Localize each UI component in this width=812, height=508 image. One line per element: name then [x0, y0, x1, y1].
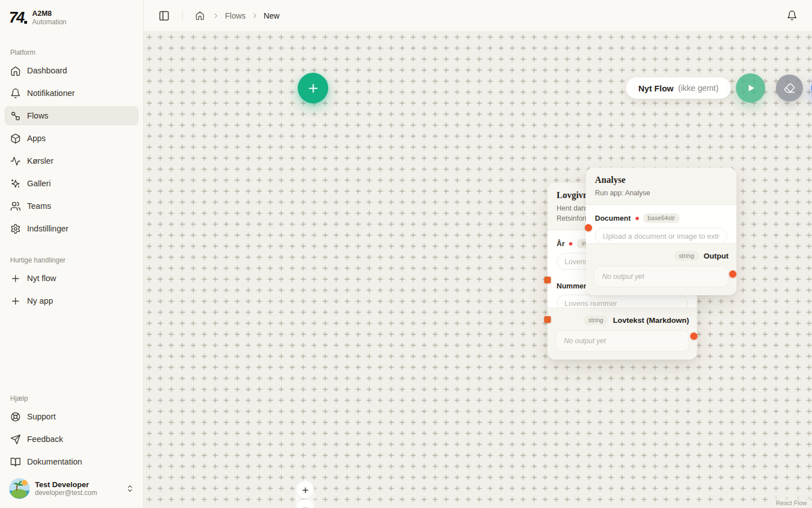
required-dot [569, 242, 572, 246]
input-handle-document[interactable] [585, 224, 592, 231]
sidebar-item-label: Support [27, 412, 56, 421]
minus-icon [301, 504, 310, 508]
chevron-right-icon [251, 12, 259, 20]
flow-node-analyse[interactable]: Analyse Run app: Analyse Document base64… [586, 168, 736, 295]
node-output-section: string Output No output yet [586, 243, 736, 295]
sidebar-item-label: Dokumentation [27, 457, 82, 466]
output-label: Lovtekst (Markdown) [613, 316, 689, 325]
sidebar-item-label: Indstillinger [27, 224, 68, 233]
type-badge: base64str [643, 213, 679, 223]
input-handle-ar[interactable] [544, 277, 551, 283]
plus-icon [10, 273, 21, 284]
user-email: developer@test.com [35, 489, 121, 497]
main-area: Flows New Nyt Flow (ikke gemt) [144, 0, 812, 508]
eraser-icon [784, 82, 795, 94]
panel-left-icon [158, 10, 170, 21]
brand-tagline: Automation [32, 18, 67, 26]
output-empty-state: No output yet [594, 266, 729, 287]
field-row-document: Document base64str [595, 213, 727, 223]
lifebuoy-icon [10, 411, 21, 422]
user-name: Test Developer [35, 480, 121, 489]
user-menu[interactable]: Test Developer developer@test.com [5, 475, 139, 502]
sparkles-icon [10, 178, 21, 189]
play-icon [744, 82, 757, 94]
breadcrumb-flows[interactable]: Flows [225, 11, 246, 20]
plus-icon [10, 296, 21, 306]
gear-icon [10, 224, 21, 234]
notifications-button[interactable] [784, 8, 800, 23]
sidebar: 74 A2M8 Automation Platform Dashboard No… [0, 0, 144, 508]
required-dot [636, 217, 639, 220]
topbar: Flows New [144, 0, 812, 32]
bell-icon [787, 10, 797, 21]
section-label-help: Hjælp [5, 395, 139, 402]
sidebar-item-notifikationer[interactable]: Notifikationer [5, 84, 139, 103]
plus-icon [301, 486, 310, 494]
sidebar-item-feedback[interactable]: Feedback [5, 430, 139, 449]
sidebar-item-galleri[interactable]: Galleri [5, 174, 139, 193]
sidebar-item-korsler[interactable]: Kørsler [5, 151, 139, 170]
activity-icon [10, 156, 21, 167]
sidebar-item-label: Apps [27, 134, 46, 143]
brand-logo: 74 [9, 10, 27, 25]
clear-canvas-button[interactable] [776, 75, 803, 102]
brand: 74 A2M8 Automation [5, 8, 139, 26]
section-label-platform: Platform [5, 49, 139, 56]
sidebar-item-support[interactable]: Support [5, 407, 139, 426]
field-label: Nummer [557, 282, 586, 290]
sidebar-item-label: Ny app [27, 296, 53, 305]
sidebar-item-label: Notifikationer [27, 89, 75, 98]
workflow-icon [10, 111, 21, 121]
sidebar-item-label: Feedback [27, 435, 63, 444]
sidebar-item-teams[interactable]: Teams [5, 196, 139, 216]
output-label: Output [704, 252, 729, 260]
input-handle-nummer[interactable] [544, 316, 551, 323]
sidebar-item-label: Flows [27, 111, 48, 120]
send-icon [10, 434, 21, 445]
sidebar-item-flows[interactable]: Flows [5, 106, 139, 125]
flow-title: Nyt Flow [638, 84, 674, 93]
avatar [9, 478, 30, 499]
flow-title-pill: Nyt Flow (ikke gemt) [626, 77, 731, 99]
sidebar-item-label: Dashboard [27, 66, 67, 75]
document-upload-input[interactable] [595, 227, 727, 244]
zoom-in-button[interactable] [297, 481, 314, 498]
sidebar-item-dokumentation[interactable]: Dokumentation [5, 452, 139, 471]
breadcrumb-current: New [264, 11, 280, 20]
sidebar-toggle-button[interactable] [156, 8, 172, 24]
section-label-quick-actions: Hurtige handlinger [5, 256, 139, 264]
sidebar-item-label: Teams [27, 202, 51, 211]
box-icon [10, 133, 21, 144]
node-header: Analyse Run app: Analyse [586, 168, 736, 205]
book-open-icon [10, 457, 21, 467]
flow-save-status: (ikke gemt) [678, 84, 719, 93]
breadcrumb-home-button[interactable] [193, 8, 207, 23]
flow-canvas[interactable]: Nyt Flow (ikke gemt) Lovgivning Hent dan… [144, 32, 812, 508]
run-flow-button[interactable] [736, 73, 765, 103]
sidebar-item-label: Kørsler [27, 156, 54, 165]
chevrons-up-down-icon [126, 484, 134, 493]
bell-icon [10, 88, 21, 99]
breadcrumb: Flows New [193, 8, 280, 23]
node-title: Analyse [595, 175, 727, 185]
output-handle-lovtekst[interactable] [690, 332, 698, 340]
home-icon [195, 11, 205, 20]
plus-icon [307, 82, 320, 95]
sidebar-item-label: Nyt flow [27, 274, 56, 283]
zoom-controls [295, 480, 315, 508]
zoom-out-button[interactable] [297, 500, 314, 508]
add-node-button[interactable] [298, 73, 328, 103]
output-handle-output[interactable] [729, 270, 736, 278]
users-icon [10, 201, 21, 212]
react-flow-attribution[interactable]: React Flow [773, 498, 810, 507]
sidebar-item-dashboard[interactable]: Dashboard [5, 61, 139, 80]
chevron-right-icon [212, 12, 220, 20]
node-body: Document base64str [586, 205, 736, 244]
sidebar-item-ny-app[interactable]: Ny app [5, 291, 139, 310]
sidebar-item-apps[interactable]: Apps [5, 129, 139, 148]
sidebar-item-indstillinger[interactable]: Indstillinger [5, 219, 139, 238]
node-subtitle: Run app: Analyse [595, 188, 727, 198]
sidebar-item-nyt-flow[interactable]: Nyt flow [5, 269, 139, 288]
field-label: År [557, 239, 564, 248]
topbar-divider [182, 11, 183, 21]
